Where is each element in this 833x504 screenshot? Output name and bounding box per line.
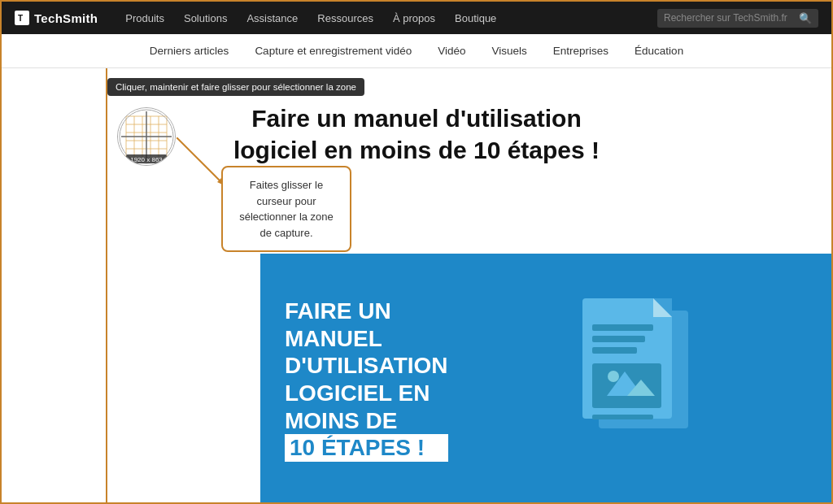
sec-nav-education[interactable]: Éducation (635, 45, 683, 57)
sec-nav-entreprises[interactable]: Entreprises (553, 45, 608, 57)
svg-rect-27 (592, 347, 637, 354)
orange-vertical-line (106, 68, 107, 504)
nav-boutique[interactable]: Boutique (455, 12, 496, 24)
blue-line2: MANUEL (285, 325, 448, 353)
crosshair-icon: 1920 x 863 (117, 107, 176, 166)
main-content: Cliquer, maintenir et faire glisser pour… (2, 68, 831, 504)
sec-nav-capture-video[interactable]: Capture et enregistrement vidéo (255, 45, 412, 57)
blue-line4: LOGICIEL EN (285, 380, 448, 407)
logo-area[interactable]: T TechSmith (15, 11, 98, 25)
tooltip-bubble: Faites glisser le curseur pour sélection… (221, 166, 351, 252)
sec-nav-video[interactable]: Vidéo (438, 45, 465, 57)
techsmith-logo-text: TechSmith (34, 11, 98, 25)
tooltip-bubble-text: Faites glisser le curseur pour sélection… (239, 179, 334, 239)
techsmith-logo-icon: T (15, 11, 29, 25)
blue-text-block: FAIRE UN MANUEL D'UTILISATION LOGICIEL E… (285, 298, 448, 462)
page-title-line1: Faire un manuel d'utilisation (116, 102, 717, 134)
sec-nav-derniers-articles[interactable]: Derniers articles (150, 45, 229, 57)
nav-produits[interactable]: Produits (125, 12, 164, 24)
document-svg (566, 290, 704, 469)
secondary-navigation: Derniers articles Capture et enregistrem… (2, 34, 831, 68)
svg-rect-25 (592, 324, 653, 331)
search-box: 🔍 (657, 9, 818, 28)
crosshair-svg: 1920 x 863 (118, 108, 175, 165)
svg-rect-32 (592, 415, 653, 419)
document-illustration (464, 290, 807, 469)
search-button[interactable]: 🔍 (799, 12, 812, 24)
nav-apropos[interactable]: À propos (393, 12, 435, 24)
svg-rect-26 (592, 336, 645, 342)
nav-solutions[interactable]: Solutions (184, 12, 227, 24)
blue-line6: 10 ÉTAPES ! (285, 434, 448, 462)
blue-line5: MOINS DE (285, 407, 448, 435)
search-input[interactable] (664, 12, 794, 24)
sec-nav-visuels[interactable]: Visuels (492, 45, 527, 57)
capture-tooltip-bar: Cliquer, maintenir et faire glisser pour… (107, 78, 364, 96)
blue-line1: FAIRE UN (285, 298, 448, 325)
svg-text:1920 x 863: 1920 x 863 (130, 156, 163, 163)
top-navigation: T TechSmith Produits Solutions Assistanc… (2, 2, 831, 34)
white-left-bar (2, 254, 262, 504)
nav-ressources[interactable]: Ressources (317, 12, 373, 24)
svg-line-19 (177, 137, 221, 182)
svg-text:T: T (18, 14, 23, 23)
blue-content-area: FAIRE UN MANUEL D'UTILISATION LOGICIEL E… (260, 254, 831, 504)
svg-point-31 (608, 371, 619, 382)
blue-line3: D'UTILISATION (285, 352, 448, 380)
nav-assistance[interactable]: Assistance (246, 12, 298, 24)
